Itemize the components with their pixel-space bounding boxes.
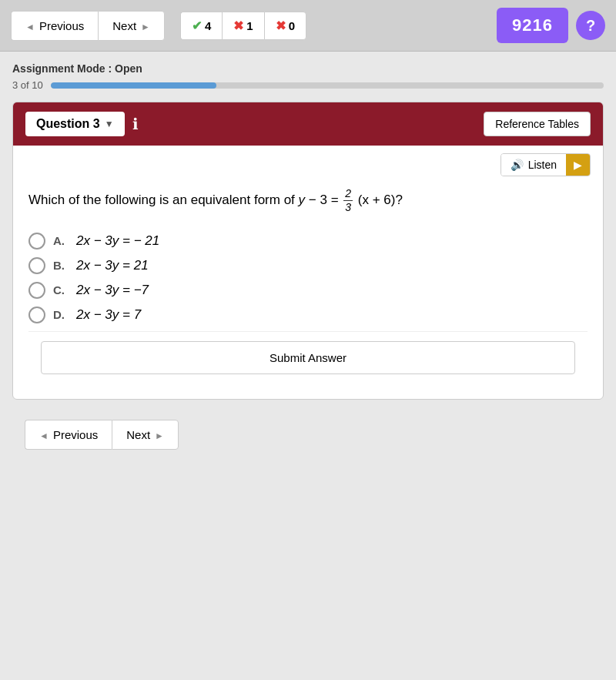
fraction: 2 3 — [343, 187, 353, 214]
correct-count: 4 — [205, 19, 211, 32]
other-score-badge: ✖ 0 — [264, 12, 306, 40]
fraction-numerator: 2 — [343, 187, 353, 201]
incorrect-count: 1 — [246, 19, 253, 32]
check-icon: ✔ — [192, 18, 202, 33]
code-badge: 9216 — [497, 8, 568, 43]
question-minus: − 3 = — [309, 193, 342, 207]
listen-group: Listen ▶ — [500, 153, 591, 176]
help-button[interactable]: ? — [576, 11, 605, 40]
top-prev-button[interactable]: Previous — [11, 11, 98, 41]
submit-row: Submit Answer — [28, 331, 588, 384]
other-count: 0 — [289, 19, 295, 32]
listen-label: Listen — [528, 159, 557, 171]
question-card: Question 3 ▼ ℹ Reference Tables Listen ▶ — [12, 102, 604, 400]
help-label: ? — [586, 17, 595, 35]
question-header-left: Question 3 ▼ ℹ — [25, 112, 139, 136]
choice-math-d: 2x − 3y = 7 — [76, 307, 141, 323]
play-icon: ▶ — [574, 159, 582, 171]
choice-math-c: 2x − 3y = −7 — [76, 283, 149, 298]
choice-row-c: C. 2x − 3y = −7 — [28, 282, 588, 299]
radio-a[interactable] — [28, 233, 45, 250]
x-icon-1: ✖ — [233, 18, 243, 33]
choice-label-b: B. — [53, 259, 69, 272]
choice-math-a: 2x − 3y = − 21 — [76, 233, 159, 249]
question-suffix: (x + 6)? — [358, 193, 403, 207]
prev-arrow-icon — [25, 19, 35, 32]
bottom-next-label: Next — [126, 428, 150, 441]
choice-row-a: A. 2x − 3y = − 21 — [28, 233, 588, 250]
question-header: Question 3 ▼ ℹ Reference Tables — [13, 102, 603, 146]
question-var-y: y — [299, 193, 306, 207]
question-label: Question 3 — [36, 117, 100, 131]
top-next-button[interactable]: Next — [98, 11, 165, 41]
question-label-button[interactable]: Question 3 ▼ — [25, 112, 125, 136]
top-nav-group: Previous Next — [11, 11, 165, 41]
next-arrow-icon — [141, 19, 150, 32]
choice-row-b: B. 2x − 3y = 21 — [28, 257, 588, 274]
bottom-next-button[interactable]: Next — [112, 420, 179, 450]
bottom-prev-arrow-icon — [39, 428, 49, 441]
listen-bar: Listen ▶ — [13, 146, 603, 179]
score-group: ✔ 4 ✖ 1 ✖ 0 — [180, 12, 306, 40]
top-prev-label: Previous — [39, 19, 84, 32]
bottom-prev-button[interactable]: Previous — [25, 420, 112, 450]
top-next-label: Next — [112, 19, 136, 32]
reference-tables-button[interactable]: Reference Tables — [484, 112, 591, 136]
incorrect-score-badge: ✖ 1 — [222, 12, 263, 40]
assignment-mode-label: Assignment Mode : Open — [12, 62, 604, 75]
progress-row: 3 of 10 — [12, 79, 604, 91]
assignment-mode-value: Open — [115, 62, 142, 75]
bottom-nav: Previous Next — [12, 407, 604, 462]
choice-label-d: D. — [53, 308, 69, 321]
choice-label-c: C. — [53, 283, 69, 296]
x-icon-2: ✖ — [276, 18, 286, 33]
reference-tables-label: Reference Tables — [495, 118, 579, 130]
listen-button[interactable]: Listen — [501, 154, 566, 176]
submit-label: Submit Answer — [270, 351, 346, 364]
main-content: Assignment Mode : Open 3 of 10 Question … — [0, 52, 616, 473]
question-body: Which of the following is an equivalent … — [13, 179, 603, 399]
fraction-denominator: 3 — [343, 201, 353, 214]
chevron-down-icon: ▼ — [105, 119, 114, 129]
radio-b[interactable] — [28, 257, 45, 274]
speaker-icon — [511, 159, 524, 171]
choice-math-b: 2x − 3y = 21 — [76, 258, 149, 273]
progress-text: 3 of 10 — [12, 79, 43, 91]
play-button[interactable]: ▶ — [566, 154, 590, 176]
top-toolbar: Previous Next ✔ 4 ✖ 1 ✖ 0 9216 ? — [0, 0, 616, 52]
bottom-next-arrow-icon — [155, 428, 164, 441]
question-text: Which of the following is an equivalent … — [28, 187, 588, 214]
correct-score-badge: ✔ 4 — [180, 12, 222, 40]
choice-label-a: A. — [53, 234, 69, 247]
radio-c[interactable] — [28, 282, 45, 299]
answer-choices: A. 2x − 3y = − 21 B. 2x − 3y = 21 C. 2x … — [28, 233, 588, 323]
bottom-prev-label: Previous — [53, 428, 98, 441]
submit-button[interactable]: Submit Answer — [41, 341, 575, 374]
radio-d[interactable] — [28, 307, 45, 323]
choice-row-d: D. 2x − 3y = 7 — [28, 307, 588, 323]
question-prefix: Which of the following is an equivalent … — [28, 193, 299, 207]
progress-bar-fill — [51, 82, 216, 89]
info-icon[interactable]: ℹ — [132, 115, 139, 133]
progress-bar-background — [51, 82, 604, 89]
